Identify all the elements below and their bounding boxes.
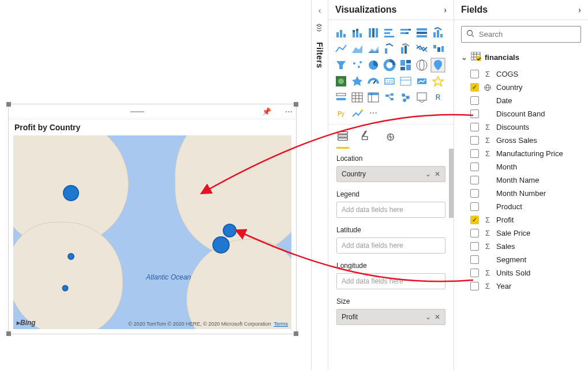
- viz-type-icon[interactable]: [350, 58, 364, 72]
- checkbox[interactable]: [470, 110, 479, 118]
- field-item[interactable]: ΣUnits Sold: [454, 266, 588, 280]
- viz-type-icon[interactable]: [334, 90, 348, 104]
- search-input[interactable]: [461, 26, 581, 43]
- well-drop-zone[interactable]: Profit⌄✕: [336, 309, 445, 325]
- checkbox[interactable]: [470, 163, 479, 171]
- viz-type-icon[interactable]: [334, 42, 348, 56]
- pin-icon[interactable]: 📌: [262, 107, 271, 116]
- viz-type-icon[interactable]: [431, 26, 445, 40]
- field-item[interactable]: Date: [454, 94, 588, 107]
- viz-type-icon[interactable]: [350, 90, 364, 104]
- chevron-right-icon[interactable]: ›: [578, 5, 581, 14]
- checkbox[interactable]: ✓: [470, 83, 479, 92]
- checkbox[interactable]: [470, 202, 479, 211]
- checkbox[interactable]: [470, 136, 479, 145]
- checkbox[interactable]: [470, 189, 479, 198]
- map-bubble-mexico[interactable]: [62, 285, 69, 292]
- viz-type-icon[interactable]: [350, 107, 364, 120]
- map-bubble-usa[interactable]: [68, 253, 74, 260]
- checkbox[interactable]: [470, 96, 479, 105]
- well-drop-zone[interactable]: Add data fields here: [336, 202, 445, 218]
- viz-type-icon[interactable]: [415, 42, 429, 56]
- well-drop-zone[interactable]: Add data fields here: [336, 273, 445, 289]
- viz-type-icon[interactable]: [399, 26, 413, 40]
- drag-grip[interactable]: [130, 111, 144, 112]
- viz-type-icon[interactable]: [366, 26, 380, 40]
- checkbox[interactable]: [470, 255, 479, 264]
- viz-type-icon[interactable]: [415, 74, 429, 88]
- field-item[interactable]: ΣSale Price: [454, 226, 588, 240]
- field-item[interactable]: Product: [454, 200, 588, 213]
- map-bubble-canada[interactable]: [63, 185, 79, 201]
- field-item[interactable]: Discount Band: [454, 107, 588, 120]
- viz-type-icon[interactable]: [431, 74, 445, 88]
- checkbox[interactable]: [470, 70, 479, 78]
- viz-type-icon[interactable]: [399, 90, 413, 104]
- field-item[interactable]: ΣDiscounts: [454, 120, 588, 134]
- viz-type-icon[interactable]: [383, 26, 396, 40]
- viz-type-icon[interactable]: [431, 42, 445, 56]
- viz-type-icon[interactable]: [431, 58, 445, 72]
- viz-type-icon[interactable]: [350, 74, 364, 88]
- checkbox[interactable]: [470, 149, 479, 158]
- viz-type-icon[interactable]: [366, 90, 380, 104]
- field-item[interactable]: ΣYear: [454, 280, 588, 293]
- tab-fields[interactable]: [336, 129, 349, 149]
- viz-type-icon[interactable]: [334, 26, 348, 40]
- close-icon[interactable]: ✕: [435, 170, 440, 178]
- viz-type-icon[interactable]: R: [431, 90, 445, 104]
- terms-link[interactable]: Terms: [274, 321, 289, 327]
- map-bubble-france[interactable]: [212, 236, 230, 254]
- viz-type-icon[interactable]: [399, 42, 413, 56]
- field-item[interactable]: ✓Country: [454, 81, 588, 94]
- viz-type-icon[interactable]: [399, 74, 413, 88]
- field-item[interactable]: ΣManufacturing Price: [454, 147, 588, 160]
- viz-type-icon[interactable]: Py: [334, 107, 348, 120]
- viz-type-icon[interactable]: [415, 26, 429, 40]
- checkbox[interactable]: [470, 269, 479, 277]
- checkbox[interactable]: [470, 229, 479, 237]
- tab-analytics[interactable]: [383, 129, 395, 149]
- checkbox[interactable]: [470, 176, 479, 184]
- map-bubble-germany[interactable]: [223, 224, 237, 237]
- viz-type-icon[interactable]: [383, 42, 396, 56]
- chevron-down-icon[interactable]: ⌄: [425, 170, 431, 178]
- field-item[interactable]: ΣSales: [454, 240, 588, 253]
- field-item[interactable]: ΣGross Sales: [454, 134, 588, 147]
- viz-type-icon[interactable]: [383, 58, 396, 72]
- tab-format[interactable]: [359, 129, 372, 149]
- viz-type-icon[interactable]: [366, 42, 380, 56]
- chevron-down-icon[interactable]: ⌄: [425, 313, 431, 321]
- viz-type-icon[interactable]: 123: [383, 74, 396, 88]
- field-item[interactable]: Month Number: [454, 187, 588, 200]
- checkbox[interactable]: [470, 282, 479, 290]
- chevron-right-icon[interactable]: ›: [444, 5, 447, 14]
- checkbox[interactable]: [470, 242, 479, 251]
- viz-type-icon[interactable]: ⋯: [366, 107, 380, 120]
- fields-table-header[interactable]: ⌄ financials: [454, 48, 588, 66]
- visualization-gallery[interactable]: 123RPy⋯: [328, 20, 454, 124]
- field-item[interactable]: Segment: [454, 253, 588, 266]
- well-drop-zone[interactable]: Add data fields here: [336, 237, 445, 254]
- field-item[interactable]: ΣCOGS: [454, 67, 588, 81]
- viz-type-icon[interactable]: [415, 58, 429, 72]
- report-canvas[interactable]: 📌 ⋯ Profit by Country Atlantic Ocean ▸Bi…: [0, 0, 311, 370]
- viz-type-icon[interactable]: [415, 90, 429, 104]
- chevron-left-icon[interactable]: ‹: [319, 6, 321, 15]
- viz-type-icon[interactable]: [350, 42, 364, 56]
- filters-panel-collapsed[interactable]: ‹ Filters: [311, 0, 328, 370]
- close-icon[interactable]: ✕: [435, 313, 440, 321]
- viz-type-icon[interactable]: [334, 74, 348, 88]
- more-options-icon[interactable]: ⋯: [285, 107, 293, 116]
- field-item[interactable]: Month: [454, 160, 588, 173]
- field-item[interactable]: ✓ΣProfit: [454, 213, 588, 226]
- viz-type-icon[interactable]: [334, 58, 348, 72]
- viz-type-icon[interactable]: [350, 26, 364, 40]
- viz-type-icon[interactable]: [366, 58, 380, 72]
- checkbox[interactable]: ✓: [470, 216, 479, 224]
- map-visual-frame[interactable]: 📌 ⋯ Profit by Country Atlantic Ocean ▸Bi…: [8, 104, 297, 334]
- checkbox[interactable]: [470, 123, 479, 131]
- search-field[interactable]: [479, 30, 576, 39]
- map-area[interactable]: Atlantic Ocean ▸Bing © 2020 TomTom © 202…: [13, 135, 291, 329]
- well-drop-zone[interactable]: Country⌄✕: [336, 166, 445, 182]
